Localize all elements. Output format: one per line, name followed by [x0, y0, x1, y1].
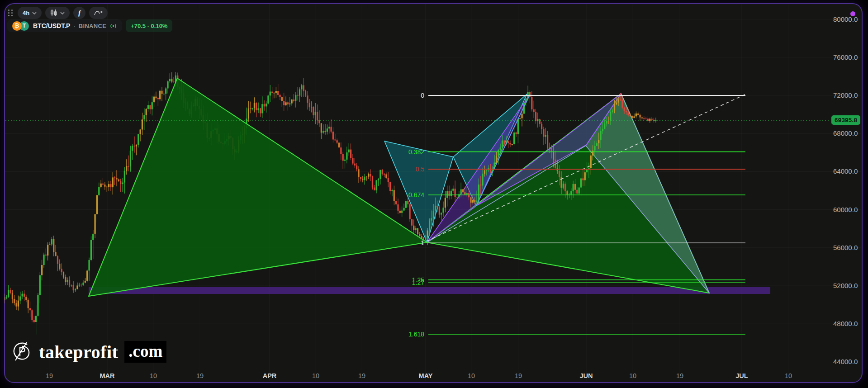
wave-plus-icon	[94, 10, 103, 16]
takeprofit-logo-icon	[10, 340, 33, 364]
time-tick-label: 19	[358, 372, 365, 379]
fib-label-0.5: 0.5	[416, 166, 425, 173]
price-tick-label: 64000.0	[833, 167, 858, 175]
live-signal-icon	[109, 23, 117, 29]
indicators-button[interactable]: ƒ	[73, 7, 85, 19]
price-tick-label: 76000.0	[833, 53, 858, 61]
time-tick-label: 19	[46, 372, 53, 379]
symbol-pair-label: BTC/USDT.P	[33, 22, 70, 29]
time-tick-label: 19	[196, 372, 204, 379]
separator-dot: ·	[73, 23, 75, 29]
drag-handle-icon[interactable]	[8, 9, 13, 16]
bitcoin-icon: ₿	[12, 21, 22, 31]
candlestick-icon	[50, 9, 57, 17]
fib-label-0.674: 0.674	[408, 191, 424, 199]
brand-name: takeprofit	[39, 341, 118, 363]
exchange-label: BINANCE	[79, 23, 106, 29]
time-tick-label: 10	[629, 372, 636, 379]
fib-label-0: 0	[421, 92, 424, 99]
time-tick-label: 10	[785, 372, 792, 379]
price-axis[interactable]: 80000.076000.072000.068000.064000.060000…	[833, 15, 858, 366]
notification-dot	[850, 11, 855, 16]
patterns-below	[384, 94, 709, 293]
time-tick-label: 10	[468, 372, 475, 379]
chart-canvas[interactable]: 00.3820.50.67411.251.271.61880000.076000…	[0, 0, 868, 388]
chart-type-button[interactable]	[45, 7, 70, 19]
symbol-chip[interactable]: ₿ T BTC/USDT.P · BINANCE	[7, 19, 122, 32]
price-tick-label: 60000.0	[833, 206, 858, 213]
fib-label-1.27: 1.27	[412, 279, 424, 286]
price-tick-label: 80000.0	[833, 15, 858, 23]
price-tick-label: 56000.0	[833, 244, 858, 251]
time-tick-label: 19	[676, 372, 683, 379]
time-tick-label: 10	[150, 372, 157, 379]
coin-pair-icons: ₿ T	[12, 20, 30, 32]
time-tick-label: 10	[312, 372, 319, 379]
change-badge: +70.5 · 0.10%	[126, 19, 172, 32]
price-tick-label: 52000.0	[833, 282, 858, 289]
time-tick-label: JUL	[735, 372, 748, 379]
plot-area[interactable]: 00.3820.50.67411.251.271.61880000.076000…	[4, 4, 862, 381]
fib-label-0.382: 0.382	[408, 148, 424, 156]
fib-label-1.618: 1.618	[408, 331, 424, 338]
brand-watermark[interactable]: takeprofit .com	[10, 340, 166, 364]
timeframe-button[interactable]: 4h	[18, 7, 42, 19]
time-tick-label: JUN	[579, 372, 593, 379]
support-zone-band[interactable]	[89, 287, 770, 294]
current-price-tag: 69395.8	[831, 115, 860, 125]
drawing-toolbar: 4h ƒ	[8, 7, 108, 19]
brand-tld: .com	[124, 341, 166, 363]
chevron-down-icon	[60, 12, 65, 14]
pattern-tool-button[interactable]	[89, 7, 108, 19]
chevron-down-icon	[32, 12, 37, 14]
time-tick-label: MAR	[100, 372, 115, 379]
symbol-row: ₿ T BTC/USDT.P · BINANCE +70.5 · 0.10%	[7, 19, 172, 32]
price-tick-label: 48000.0	[833, 320, 858, 327]
time-tick-label: APR	[263, 372, 277, 379]
trading-app: { "toolbar": { "timeframe_label": "4h", …	[0, 0, 868, 388]
time-tick-label: MAY	[419, 372, 433, 379]
function-icon: ƒ	[78, 9, 81, 17]
fib-label-1: 1	[421, 239, 424, 246]
time-axis[interactable]: 19MAR1019APR1019MAY1019JUN1019JUL10	[46, 372, 792, 379]
price-tick-label: 44000.0	[833, 358, 858, 365]
price-tick-label: 68000.0	[833, 129, 858, 137]
timeframe-label: 4h	[23, 9, 29, 16]
time-tick-label: 19	[515, 372, 522, 379]
price-tick-label: 72000.0	[833, 91, 858, 99]
